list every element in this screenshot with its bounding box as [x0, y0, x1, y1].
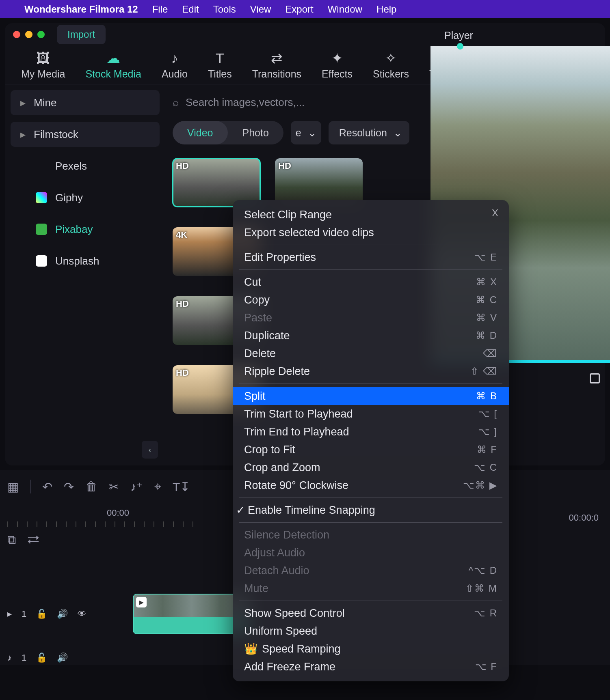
tab-label: Titles — [208, 68, 232, 80]
apps-icon[interactable]: ▦ — [7, 480, 19, 494]
menu-item-silence-detection: Silence Detection — [233, 526, 509, 544]
menu-item-trim-start-to-playhead[interactable]: Trim Start to Playhead⌥ [ — [233, 405, 509, 423]
lock-icon[interactable]: 🔓 — [36, 653, 47, 663]
sidebar-item-pexels[interactable]: Pexels — [11, 153, 160, 179]
menu-window[interactable]: Window — [328, 4, 362, 15]
menu-item-duplicate[interactable]: Duplicate⌘ D — [233, 327, 509, 345]
music-edit-icon[interactable]: ♪⁺ — [130, 480, 143, 494]
tab-my-media[interactable]: 🖼My Media — [21, 51, 65, 80]
menu-item-label: Trim End to Playhead — [244, 426, 349, 438]
menu-item-delete[interactable]: Delete⌫ — [233, 345, 509, 362]
menu-item-split[interactable]: Split⌘ B — [233, 387, 509, 405]
maximize-window-icon[interactable] — [37, 31, 45, 38]
link-icon[interactable]: ⮂ — [27, 533, 39, 547]
menu-shortcut: ⌘ X — [476, 276, 498, 288]
menu-item-label: Paste — [244, 312, 272, 324]
menu-item-label: Cut — [244, 276, 261, 289]
sidebar-item-giphy[interactable]: Giphy — [11, 185, 160, 210]
menu-item-trim-end-to-playhead[interactable]: Trim End to Playhead⌥ ] — [233, 423, 509, 441]
dropdown-label: e — [296, 127, 301, 139]
text-cursor-icon[interactable]: T↧ — [173, 480, 190, 494]
menu-item-label: Crop to Fit — [244, 444, 295, 456]
menu-help[interactable]: Help — [376, 4, 396, 15]
menu-item-label: Ripple Delete — [244, 365, 310, 378]
menu-item-detach-audio: Detach Audio^⌥ D — [233, 562, 509, 579]
close-menu-icon[interactable]: X — [492, 207, 498, 219]
resolution-dropdown[interactable]: Resolution⌄ — [329, 121, 409, 144]
pill-video[interactable]: Video — [173, 121, 228, 144]
speaker-icon[interactable]: 🔊 — [57, 653, 68, 663]
menu-item-select-clip-range[interactable]: Select Clip Range — [233, 206, 509, 224]
sidebar-item-mine[interactable]: ▸Mine — [11, 90, 160, 115]
add-track-icon[interactable]: ⧉ — [7, 533, 16, 547]
tab-effects[interactable]: ✦Effects — [322, 51, 353, 80]
crown-icon: 👑 — [244, 643, 258, 655]
track-number: 1 — [22, 653, 26, 663]
menu-item-label: Export selected video clips — [244, 226, 374, 239]
sidebar-item-unsplash[interactable]: Unsplash — [11, 248, 160, 274]
menu-item-crop-and-zoom[interactable]: Crop and Zoom⌥ C — [233, 459, 509, 476]
redo-icon[interactable]: ↷ — [64, 480, 74, 494]
tab-stock-media[interactable]: ☁Stock Media — [85, 51, 141, 80]
menu-item-label: Duplicate — [244, 330, 290, 342]
close-window-icon[interactable] — [13, 31, 20, 38]
menu-shortcut: ⌘ V — [476, 312, 498, 323]
eye-icon[interactable]: 👁 — [78, 609, 87, 619]
menu-item-uniform-speed[interactable]: Uniform Speed — [233, 622, 509, 640]
tab-transitions[interactable]: ⇄Transitions — [252, 51, 301, 80]
menu-item-rotate-90-clockwise[interactable]: Rotate 90° Clockwise⌥⌘ ▶ — [233, 476, 509, 494]
menu-shortcut: ⌫ — [483, 348, 498, 359]
transition-icon: ⇄ — [269, 51, 284, 65]
tag-icon[interactable]: ⌖ — [154, 480, 161, 494]
track-number: 1 — [22, 609, 26, 619]
menu-item-label: Show Speed Control — [244, 607, 345, 620]
stop-icon[interactable] — [590, 373, 600, 383]
tab-titles[interactable]: TTitles — [208, 51, 232, 80]
menu-item-cut[interactable]: Cut⌘ X — [233, 273, 509, 291]
menu-item-show-speed-control[interactable]: Show Speed Control⌥ R — [233, 604, 509, 622]
sidebar-item-pixabay[interactable]: Pixabay — [11, 217, 160, 242]
scissors-icon[interactable]: ✂ — [109, 480, 119, 494]
speaker-icon[interactable]: 🔊 — [57, 609, 68, 619]
in-point-marker-icon[interactable] — [457, 43, 463, 50]
menu-item-export-selected-video-clips[interactable]: Export selected video clips — [233, 224, 509, 241]
menu-item-ripple-delete[interactable]: Ripple Delete⇧ ⌫ — [233, 362, 509, 380]
menu-edit[interactable]: Edit — [182, 4, 199, 15]
type-dropdown-partial[interactable]: e⌄ — [291, 121, 321, 144]
trash-icon[interactable]: 🗑 — [85, 480, 97, 493]
lock-icon[interactable]: 🔓 — [36, 609, 47, 619]
menu-separator — [239, 601, 502, 601]
menu-file[interactable]: File — [152, 4, 168, 15]
undo-icon[interactable]: ↶ — [42, 480, 52, 494]
menu-shortcut: ⌘ B — [476, 390, 498, 402]
menu-item-label: Silence Detection — [244, 529, 329, 541]
menu-export[interactable]: Export — [285, 4, 313, 15]
unsplash-icon — [36, 255, 47, 267]
menu-item-crop-to-fit[interactable]: Crop to Fit⌘ F — [233, 441, 509, 459]
tab-audio[interactable]: ♪Audio — [162, 51, 188, 80]
minimize-window-icon[interactable] — [25, 31, 32, 38]
pill-photo[interactable]: Photo — [228, 121, 283, 144]
sticker-icon: ✧ — [383, 51, 398, 65]
play-icon[interactable]: ▶ — [136, 597, 147, 607]
media-thumbnail[interactable]: HD — [275, 158, 363, 207]
menu-shortcut: ⇧ ⌫ — [470, 366, 498, 377]
quality-badge: HD — [176, 368, 189, 378]
menu-view[interactable]: View — [250, 4, 271, 15]
menu-item-edit-properties[interactable]: Edit Properties⌥ E — [233, 248, 509, 266]
media-thumbnail[interactable]: HD — [173, 158, 260, 207]
sidebar-item-label: Mine — [34, 97, 56, 109]
giphy-icon — [36, 192, 47, 203]
menu-item-add-freeze-frame[interactable]: Add Freeze Frame⌥ F — [233, 658, 509, 676]
app-name[interactable]: Wondershare Filmora 12 — [24, 4, 138, 15]
tab-stickers[interactable]: ✧Stickers — [373, 51, 409, 80]
menu-item-speed-ramping[interactable]: 👑Speed Ramping — [233, 640, 509, 658]
menu-item-copy[interactable]: Copy⌘ C — [233, 291, 509, 309]
menu-tools[interactable]: Tools — [213, 4, 236, 15]
sidebar-item-filmstock[interactable]: ▸Filmstock — [11, 122, 160, 147]
import-button[interactable]: Import — [57, 25, 106, 44]
menu-item-enable-timeline-snapping[interactable]: Enable Timeline Snapping — [233, 501, 509, 519]
menu-item-label: 👑Speed Ramping — [244, 642, 341, 655]
collapse-sidebar-button[interactable]: ‹ — [142, 441, 158, 459]
timecode: 00:00 — [107, 508, 129, 518]
